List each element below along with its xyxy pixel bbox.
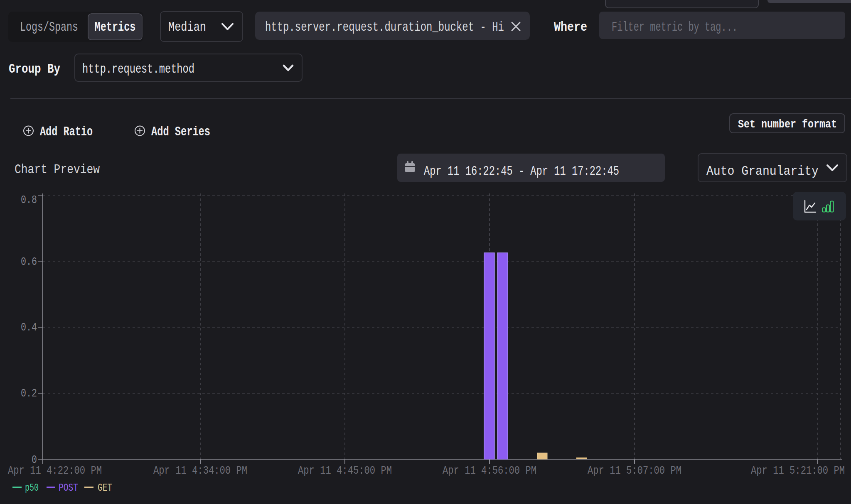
svg-text:0.8: 0.8	[21, 193, 37, 206]
svg-text:p50: p50	[25, 482, 39, 494]
svg-text:Set number format: Set number format	[738, 118, 837, 131]
svg-text:Add Ratio: Add Ratio	[40, 125, 93, 139]
svg-text:Apr 11 5:07:00 PM: Apr 11 5:07:00 PM	[588, 465, 681, 477]
svg-text:Chart Preview: Chart Preview	[15, 162, 100, 177]
svg-text:Auto Granularity: Auto Granularity	[706, 164, 819, 179]
svg-text:Apr 11 4:45:00 PM: Apr 11 4:45:00 PM	[298, 465, 392, 477]
svg-text:Group By: Group By	[9, 62, 60, 76]
svg-text:Logs/Spans: Logs/Spans	[20, 20, 78, 34]
svg-text:0.2: 0.2	[21, 387, 37, 400]
svg-text:Median: Median	[168, 20, 206, 34]
svg-text:http.server.request.duration_b: http.server.request.duration_bucket - Hi	[265, 20, 504, 34]
svg-text:Metrics: Metrics	[95, 20, 136, 34]
svg-text:Filter metric by tag...: Filter metric by tag...	[612, 20, 738, 34]
svg-text:Apr 11 4:22:00 PM: Apr 11 4:22:00 PM	[8, 465, 102, 477]
svg-text:Add Series: Add Series	[151, 125, 210, 139]
svg-text:Apr 11 16:22:45 - Apr 11 17:22: Apr 11 16:22:45 - Apr 11 17:22:45	[424, 164, 619, 179]
svg-text:Where: Where	[554, 20, 587, 34]
svg-text:Apr 11 5:21:00 PM: Apr 11 5:21:00 PM	[751, 465, 845, 477]
svg-text:POST: POST	[59, 482, 78, 494]
svg-text:Apr 11 4:34:00 PM: Apr 11 4:34:00 PM	[153, 465, 247, 477]
svg-text:http.request.method: http.request.method	[82, 62, 194, 76]
svg-text:GET: GET	[98, 482, 112, 494]
svg-text:Apr 11 4:56:00 PM: Apr 11 4:56:00 PM	[443, 465, 536, 477]
svg-text:0.4: 0.4	[21, 321, 37, 334]
svg-text:0.6: 0.6	[21, 255, 37, 268]
